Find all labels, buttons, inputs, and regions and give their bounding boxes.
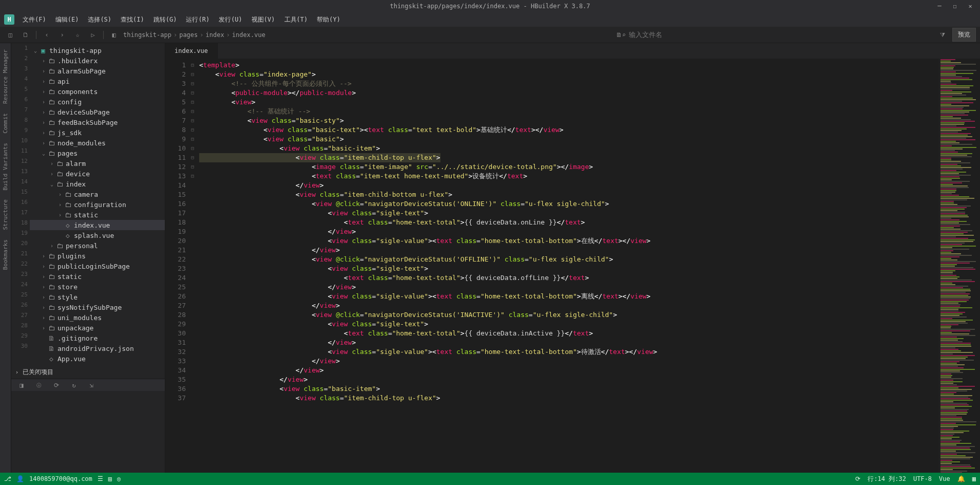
folder-alarm[interactable]: ›🗀alarm (30, 158, 165, 169)
new-split-icon[interactable]: ◫ (4, 29, 16, 41)
menu-help[interactable]: 帮助(Y) (313, 13, 344, 26)
breadcrumb-item[interactable]: index.vue (232, 31, 265, 39)
menu-file[interactable]: 文件(F) (18, 13, 50, 26)
close-button[interactable]: ✕ (963, 0, 978, 12)
new-file-icon[interactable]: 🗋 (20, 29, 32, 41)
menu-release[interactable]: 发行(U) (215, 13, 246, 26)
editor-tabs: index.vue (165, 43, 980, 59)
search-icon: 🗎⌕ (616, 31, 626, 39)
closed-projects[interactable]: 已关闭项目 (23, 368, 53, 377)
filter-icon[interactable]: ⧩ (940, 31, 945, 39)
bell-icon[interactable]: 🔔 (957, 475, 965, 482)
menu-view[interactable]: 视图(V) (247, 13, 279, 26)
status-language[interactable]: Vue (939, 475, 950, 482)
status-icon-b[interactable]: ▤ (108, 475, 112, 482)
status-icon-c[interactable]: ◎ (117, 475, 121, 482)
minimize-button[interactable]: ─ (932, 0, 947, 12)
status-position[interactable]: 行:14 列:32 (868, 475, 906, 483)
left-side-strip: Resource Manager Commit Build Variants S… (0, 43, 11, 473)
menu-goto[interactable]: 跳转(G) (149, 13, 181, 26)
menu-edit[interactable]: 编辑(E) (51, 13, 83, 26)
folder-plugins[interactable]: ›🗀plugins (30, 251, 165, 261)
grid-icon[interactable]: ▦ (972, 475, 976, 482)
search-input[interactable] (629, 31, 732, 39)
editor-area: index.vue 123456789101112131415161718192… (165, 43, 980, 473)
tree-line-numbers: 1234567891011121314151617181920212223242… (11, 43, 30, 366)
folder-feedBackSubPage[interactable]: ›🗀feedBackSubPage (30, 117, 165, 127)
user-icon: 👤 (16, 475, 24, 482)
folder-configuration[interactable]: ›🗀configuration (30, 199, 165, 210)
folder-personal[interactable]: ›🗀personal (30, 240, 165, 251)
folder-pages[interactable]: ⌄🗀pages (30, 148, 165, 158)
app-logo: H (4, 14, 14, 25)
menu-bar: H 文件(F) 编辑(E) 选择(S) 查找(I) 跳转(G) 运行(R) 发行… (0, 12, 980, 27)
file-index.vue[interactable]: ◇index.vue (30, 220, 165, 230)
tree-footer: ◨ ⦾ ⟳ ↻ ⇲ (11, 379, 165, 391)
maximize-button[interactable]: ☐ (947, 0, 963, 12)
tool-icon-d[interactable]: ↻ (68, 379, 80, 391)
folder-static[interactable]: ›🗀static (30, 210, 165, 220)
tool-icon-a[interactable]: ◨ (15, 379, 28, 391)
side-tab-build[interactable]: Build Variants (2, 141, 9, 193)
file-tree: 1234567891011121314151617181920212223242… (11, 43, 165, 473)
file-androidPrivacy.json[interactable]: 🗎androidPrivacy.json (30, 343, 165, 353)
fold-gutter[interactable]: ⊟⊟ ⊟⊟⊟⊟ ⊟⊟⊟ ⊟⊟ ⊟⊟ (191, 59, 199, 473)
breadcrumb-item[interactable]: thingskit-app (123, 31, 171, 39)
folder-node_modules[interactable]: ›🗀node_modules (30, 138, 165, 148)
folder-alarmSubPage[interactable]: ›🗀alarmSubPage (30, 66, 165, 76)
panel-icon[interactable]: ◧ (108, 29, 120, 41)
folder-style[interactable]: ›🗀style (30, 292, 165, 302)
tool-icon-c[interactable]: ⟳ (50, 379, 63, 391)
menu-run[interactable]: 运行(R) (182, 13, 214, 26)
folder-.hbuilderx[interactable]: ›🗀.hbuilderx (30, 55, 165, 66)
breadcrumb-item[interactable]: pages (179, 31, 198, 39)
folder-camera[interactable]: ›🗀camera (30, 189, 165, 199)
minimap[interactable] (939, 59, 980, 473)
back-icon[interactable]: ‹ (41, 29, 53, 41)
folder-config[interactable]: ›🗀config (30, 97, 165, 107)
preview-button[interactable]: 预览 (952, 28, 976, 42)
side-tab-bookmarks[interactable]: Bookmarks (2, 237, 9, 272)
menu-select[interactable]: 选择(S) (84, 13, 116, 26)
menu-find[interactable]: 查找(I) (117, 13, 148, 26)
folder-store[interactable]: ›🗀store (30, 282, 165, 292)
folder-api[interactable]: ›🗀api (30, 76, 165, 86)
toolbar: ◫ 🗋 ‹ › ☆ ▷ ◧ thingskit-app › pages › in… (0, 27, 980, 43)
folder-device[interactable]: ›🗀device (30, 169, 165, 179)
window-title: thingskit-app/pages/index/index.vue - HB… (390, 3, 590, 10)
folder-components[interactable]: ›🗀components (30, 86, 165, 97)
folder-index[interactable]: ⌄🗀index (30, 179, 165, 189)
code-editor[interactable]: <template> <view class="index-page"> <!-… (199, 59, 939, 473)
project-root[interactable]: ⌄▣thingskit-app (30, 45, 165, 55)
tool-icon-b[interactable]: ⦾ (33, 379, 45, 391)
file-App.vue[interactable]: ◇App.vue (30, 353, 165, 364)
side-tab-resource[interactable]: Resource Manager (2, 47, 9, 106)
status-encoding[interactable]: UTF-8 (913, 475, 932, 482)
menu-tools[interactable]: 工具(T) (280, 13, 312, 26)
file-splash.vue[interactable]: ◇splash.vue (30, 230, 165, 240)
folder-uni_modules[interactable]: ›🗀uni_modules (30, 312, 165, 323)
breadcrumb: thingskit-app › pages › index › index.vu… (123, 31, 265, 39)
folder-unpackage[interactable]: ›🗀unpackage (30, 323, 165, 333)
file-.gitignore[interactable]: 🗎.gitignore (30, 333, 165, 343)
line-number-gutter: 1234567891011121314151617181920212223242… (165, 59, 191, 473)
breadcrumb-item[interactable]: index (206, 31, 224, 39)
status-user[interactable]: 1400859700@qq.com (29, 475, 92, 482)
branch-icon: ⎇ (4, 475, 11, 482)
folder-sysNotifySubPage[interactable]: ›🗀sysNotifySubPage (30, 302, 165, 312)
title-bar: thingskit-app/pages/index/index.vue - HB… (0, 0, 980, 12)
side-tab-structure[interactable]: Structure (2, 197, 9, 232)
folder-static[interactable]: ›🗀static (30, 271, 165, 282)
side-tab-commit[interactable]: Commit (2, 111, 9, 136)
status-bar: ⎇ 👤 1400859700@qq.com ☰ ▤ ◎ ⟳ 行:14 列:32 … (0, 473, 980, 485)
run-icon[interactable]: ▷ (87, 29, 99, 41)
folder-js_sdk[interactable]: ›🗀js_sdk (30, 127, 165, 138)
folder-deviceSubPage[interactable]: ›🗀deviceSubPage (30, 107, 165, 117)
tool-icon-e[interactable]: ⇲ (85, 379, 98, 391)
sync-icon[interactable]: ⟳ (855, 475, 860, 482)
folder-publicLoginSubPage[interactable]: ›🗀publicLoginSubPage (30, 261, 165, 271)
tab-index-vue[interactable]: index.vue (165, 43, 218, 59)
star-icon[interactable]: ☆ (71, 29, 84, 41)
forward-icon[interactable]: › (56, 29, 68, 41)
status-icon-a[interactable]: ☰ (98, 475, 103, 482)
